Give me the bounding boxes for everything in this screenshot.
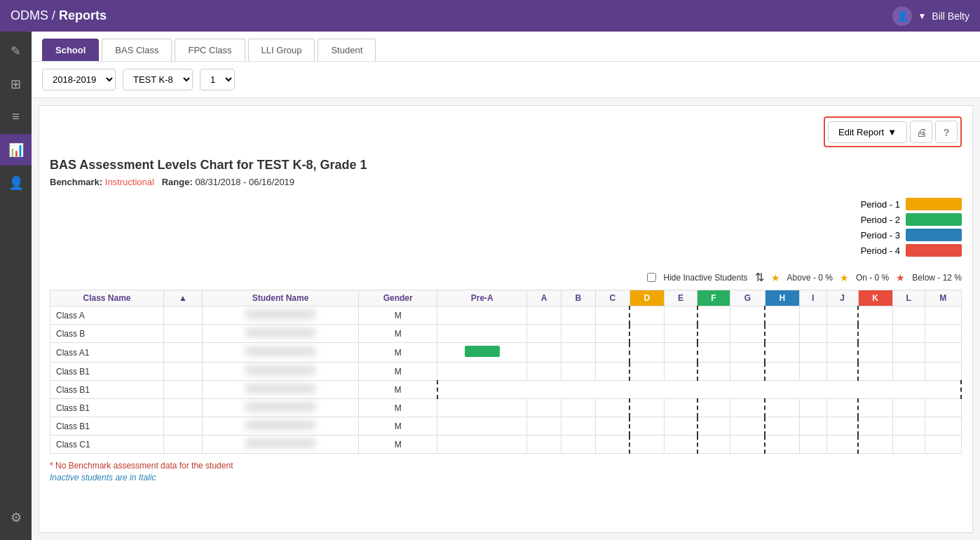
assessment-bar — [465, 346, 500, 357]
cell-gender: M — [358, 343, 437, 363]
cell-l — [892, 343, 925, 363]
cell-h — [765, 343, 799, 363]
dropdown-arrow[interactable]: ▼ — [918, 11, 926, 21]
cell-c — [595, 399, 629, 417]
cell-a — [527, 343, 562, 363]
filters-bar: 2018-2019 2019-2020 TEST K-8 1 2 3 — [32, 62, 980, 98]
cell-g — [730, 306, 765, 325]
col-header-i: I — [799, 290, 826, 306]
cell-classname: Class C1 — [50, 436, 164, 454]
col-header-sortarrow[interactable]: ▲ — [164, 290, 203, 306]
chart-title: BAS Assessment Levels Chart for TEST K-8… — [50, 158, 962, 173]
cell-c — [595, 436, 629, 454]
above-star-icon: ★ — [771, 272, 780, 283]
legend-item-period4: Period - 4 — [861, 244, 962, 257]
cell-h — [765, 399, 799, 417]
cell-l — [892, 306, 925, 325]
cell-f — [697, 343, 730, 363]
cell-f — [697, 436, 730, 454]
cell-gender: M — [358, 399, 437, 417]
range-label: Range: — [162, 177, 193, 187]
legend-label-period3: Period - 3 — [861, 230, 900, 241]
cell-m — [925, 343, 961, 363]
cell-blank — [164, 436, 203, 454]
cell-a — [527, 417, 562, 436]
cell-d — [629, 306, 664, 325]
cell-prea — [437, 325, 527, 343]
cell-gender: M — [358, 381, 437, 399]
cell-b — [561, 306, 595, 325]
sidebar-item-list[interactable]: ≡ — [0, 101, 32, 133]
main-content: School BAS Class FPC Class LLI Group Stu… — [32, 32, 980, 540]
cell-m — [925, 417, 961, 436]
edit-report-button[interactable]: Edit Report ▼ — [828, 121, 907, 143]
hide-inactive-checkbox[interactable] — [647, 273, 656, 282]
tab-bas-class[interactable]: BAS Class — [102, 39, 172, 61]
col-header-c: C — [595, 290, 629, 306]
cell-classname: Class A1 — [50, 343, 164, 363]
cell-g — [730, 363, 765, 381]
sidebar-item-settings[interactable]: ⚙ — [0, 501, 32, 533]
tab-student[interactable]: Student — [318, 39, 376, 61]
cell-i — [799, 325, 826, 343]
cell-d — [629, 363, 664, 381]
year-select[interactable]: 2018-2019 2019-2020 — [42, 69, 116, 90]
sidebar-item-user[interactable]: 👤 — [0, 167, 32, 198]
school-select[interactable]: TEST K-8 — [123, 69, 193, 90]
chart-subtitle: Benchmark: Instructional Range: 08/31/20… — [50, 177, 962, 187]
cell-f — [697, 325, 730, 343]
tab-lli-group[interactable]: LLI Group — [248, 39, 315, 61]
chart-legend: Period - 1 Period - 2 Period - 3 Period … — [861, 198, 962, 257]
cell-studentname — [203, 325, 359, 343]
help-button[interactable]: ? — [935, 121, 958, 143]
cell-d — [629, 343, 664, 363]
cell-blank — [164, 381, 203, 399]
cell-m — [925, 436, 961, 454]
cell-b — [561, 325, 595, 343]
print-button[interactable]: 🖨 — [910, 121, 932, 143]
table-row: Class A M — [50, 306, 962, 325]
col-header-e: E — [664, 290, 697, 306]
cell-d — [629, 399, 664, 417]
sidebar-item-edit[interactable]: ✎ — [0, 35, 32, 67]
tab-fpc-class[interactable]: FPC Class — [175, 39, 245, 61]
cell-blank — [164, 306, 203, 325]
legend-label-period1: Period - 1 — [861, 199, 900, 210]
cell-m — [925, 306, 961, 325]
sidebar-item-grid[interactable]: ⊞ — [0, 68, 32, 100]
cell-m — [925, 325, 961, 343]
cell-c — [595, 306, 629, 325]
sidebar-item-chart[interactable]: 📊 — [0, 134, 32, 166]
legend-item-period3: Period - 3 — [861, 229, 962, 241]
cell-c — [595, 343, 629, 363]
col-header-a: A — [527, 290, 562, 306]
sort-icon[interactable]: ⇅ — [755, 271, 764, 284]
legend-color-period2 — [906, 213, 962, 226]
cell-gender: M — [358, 325, 437, 343]
grade-select[interactable]: 1 2 3 — [200, 69, 235, 90]
cell-b — [561, 436, 595, 454]
sidebar: ✎ ⊞ ≡ 📊 👤 ⚙ — [0, 32, 32, 540]
tab-school[interactable]: School — [42, 39, 99, 61]
legend-label-period4: Period - 4 — [861, 245, 900, 256]
cell-studentname — [203, 343, 359, 363]
table-row: Class A1 M — [50, 343, 962, 363]
cell-classname: Class B1 — [50, 381, 164, 399]
benchmark-label: Benchmark: — [50, 177, 102, 187]
below-label: Below - 12 % — [912, 273, 962, 283]
cell-g — [730, 417, 765, 436]
cell-c — [595, 325, 629, 343]
col-header-h: H — [765, 290, 799, 306]
data-table: Class Name ▲ Student Name Gender Pre-A A… — [50, 290, 962, 454]
cell-i — [799, 436, 826, 454]
cell-k — [858, 363, 892, 381]
cell-d — [629, 325, 664, 343]
cell-b — [561, 343, 595, 363]
cell-c — [595, 363, 629, 381]
cell-j — [826, 417, 858, 436]
legend-item-period2: Period - 2 — [861, 213, 962, 226]
user-avatar-icon[interactable]: 👤 — [892, 6, 912, 26]
cell-l — [892, 363, 925, 381]
col-header-classname: Class Name — [50, 290, 164, 306]
cell-f — [697, 399, 730, 417]
